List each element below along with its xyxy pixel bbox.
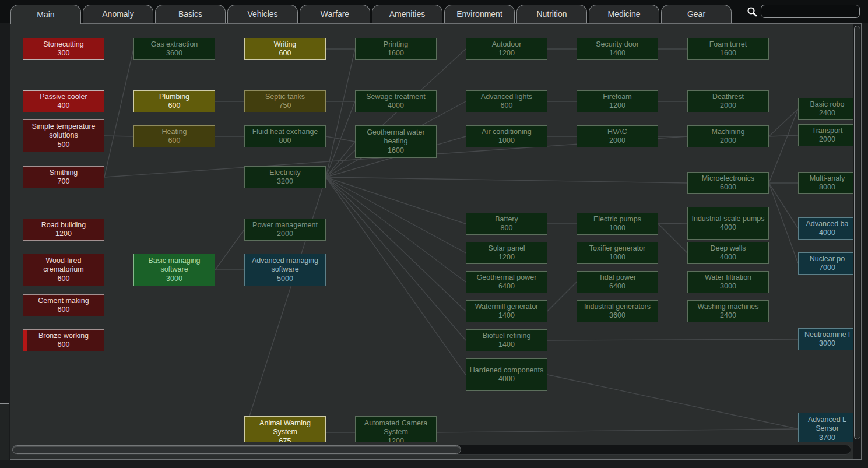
tab-anomaly[interactable]: Anomaly <box>83 5 153 23</box>
research-node-neutroamine[interactable]: Neutroamine l3000 <box>798 328 853 350</box>
research-node-hvac[interactable]: HVAC2000 <box>577 125 658 147</box>
research-node-road_building[interactable]: Road building1200 <box>23 219 104 241</box>
research-node-washing_machines[interactable]: Washing machines2400 <box>687 300 769 322</box>
research-node-geothermal_water_heating[interactable]: Geothermal water heating1600 <box>355 125 437 158</box>
research-node-hardened_components[interactable]: Hardened components4000 <box>466 358 547 391</box>
research-tree-viewport[interactable]: Stonecutting300Passive cooler400Simple t… <box>11 24 853 442</box>
research-node-label: Automated Camera System <box>358 419 434 437</box>
research-node-label: Bronze working <box>26 332 101 340</box>
research-node-gas_extraction[interactable]: Gas extraction3600 <box>133 38 215 60</box>
research-node-nuclear_power[interactable]: Nuclear po7000 <box>798 252 853 275</box>
search-icon <box>747 6 757 17</box>
research-node-battery[interactable]: Battery800 <box>466 213 547 235</box>
research-node-electricity[interactable]: Electricity3200 <box>244 166 326 188</box>
tab-main[interactable]: Main <box>10 5 81 24</box>
tab-label: Environment <box>456 9 502 19</box>
tab-vehicles[interactable]: Vehicles <box>227 5 298 23</box>
research-node-deathrest[interactable]: Deathrest2000 <box>687 90 769 112</box>
research-node-label: Hardened components <box>469 366 544 375</box>
prerequisite-line-fluid_heat_exchange-geothermal_water_heating <box>326 136 355 142</box>
tab-amenities[interactable]: Amenities <box>372 5 442 23</box>
research-node-security_door[interactable]: Security door1400 <box>577 38 658 60</box>
research-node-power_management[interactable]: Power management2000 <box>244 219 326 241</box>
research-node-solar_panel[interactable]: Solar panel1200 <box>466 242 547 264</box>
research-node-toxifier_generator[interactable]: Toxifier generator1000 <box>577 242 658 264</box>
research-node-cost: 600 <box>136 101 212 110</box>
research-node-plumbing[interactable]: Plumbing600 <box>133 90 215 112</box>
research-node-firefoam[interactable]: Firefoam1200 <box>577 90 658 112</box>
research-node-multi_analyzer[interactable]: Multi-analy8000 <box>798 172 853 194</box>
research-node-printing[interactable]: Printing1600 <box>355 38 437 60</box>
research-node-simple_temperature_solutions[interactable]: Simple temperature solutions500 <box>23 119 104 152</box>
research-node-basic_robotics[interactable]: Basic robo2400 <box>798 98 853 120</box>
research-node-label: Deep wells <box>690 244 766 253</box>
research-node-machining[interactable]: Machining2000 <box>687 125 769 147</box>
research-node-septic_tanks[interactable]: Septic tanks750 <box>244 90 326 112</box>
tab-label: Gear <box>687 9 705 19</box>
research-node-cost: 4000 <box>690 223 766 232</box>
research-node-label: Road building <box>26 221 101 230</box>
search-input[interactable] <box>761 5 860 18</box>
research-node-foam_turret[interactable]: Foam turret1600 <box>687 38 769 60</box>
research-node-watermill_generator[interactable]: Watermill generator1400 <box>466 300 547 322</box>
research-node-smithing[interactable]: Smithing700 <box>23 166 104 188</box>
research-node-tidal_power[interactable]: Tidal power6400 <box>577 271 658 293</box>
research-node-label: Firefoam <box>579 93 655 101</box>
research-node-industrial_scale_pumps[interactable]: Industrial-scale pumps4000 <box>687 207 769 240</box>
research-node-label: Cement making <box>26 297 101 305</box>
research-node-microelectronics[interactable]: Microelectronics6000 <box>687 172 769 194</box>
research-node-electric_pumps[interactable]: Electric pumps1000 <box>577 213 658 235</box>
research-node-sewage_treatment[interactable]: Sewage treatment4000 <box>355 90 437 112</box>
tab-warfare[interactable]: Warfare <box>300 5 370 23</box>
research-node-advanced_sensor[interactable]: Advanced L Sensor3700 <box>798 413 853 442</box>
research-node-bronze_working[interactable]: Bronze working600 <box>23 329 104 351</box>
research-node-advanced_managing_software[interactable]: Advanced managing software5000 <box>244 254 326 286</box>
prerequisite-line-electricity-solar_panel <box>326 177 466 253</box>
vertical-scrollbar-thumb[interactable] <box>854 26 860 439</box>
research-node-cost: 800 <box>469 224 544 233</box>
research-node-cement_making[interactable]: Cement making600 <box>23 294 104 316</box>
research-node-geothermal_power[interactable]: Geothermal power6400 <box>466 271 547 293</box>
research-node-writing[interactable]: Writing600 <box>244 38 326 60</box>
vertical-scrollbar-track[interactable] <box>853 24 861 459</box>
research-node-air_conditioning[interactable]: Air conditioning1000 <box>466 125 547 147</box>
tab-environment[interactable]: Environment <box>444 5 515 23</box>
research-node-autodoor[interactable]: Autodoor1200 <box>466 38 547 60</box>
research-node-label: Nuclear po <box>801 255 853 263</box>
horizontal-scrollbar-track[interactable] <box>12 445 851 455</box>
research-node-fluid_heat_exchange[interactable]: Fluid heat exchange800 <box>244 125 326 147</box>
tab-nutrition[interactable]: Nutrition <box>516 5 587 23</box>
prerequisite-line-electric_pumps-industrial_scale_pumps <box>658 223 687 224</box>
tab-basics[interactable]: Basics <box>155 5 226 23</box>
tab-medicine[interactable]: Medicine <box>589 5 659 23</box>
research-node-industrial_generators[interactable]: Industrial generators3600 <box>577 300 658 322</box>
research-node-label: Industrial-scale pumps <box>690 214 766 223</box>
tab-gear[interactable]: Gear <box>661 5 732 23</box>
research-node-label: Writing <box>247 40 323 49</box>
research-node-passive_cooler[interactable]: Passive cooler400 <box>23 90 104 112</box>
research-node-cost: 600 <box>26 340 101 349</box>
research-node-water_filtration[interactable]: Water filtration3000 <box>687 271 769 293</box>
research-node-animal_warning_system[interactable]: Animal Warning System675 <box>244 416 326 442</box>
horizontal-scrollbar-thumb[interactable] <box>12 445 461 454</box>
research-node-heating[interactable]: Heating600 <box>133 125 215 147</box>
research-node-transport_pod[interactable]: Transport2000 <box>798 124 853 146</box>
tab-label: Amenities <box>389 9 425 19</box>
research-node-label: Autodoor <box>469 40 544 49</box>
research-node-label: Advanced managing software <box>247 256 323 275</box>
research-node-stonecutting[interactable]: Stonecutting300 <box>23 38 104 60</box>
research-node-cost: 5000 <box>247 275 323 283</box>
research-node-cost: 3700 <box>801 434 853 442</box>
research-node-label: Wood-fired crematorium <box>26 256 101 275</box>
research-node-label: Microelectronics <box>690 174 766 183</box>
research-node-cost: 4000 <box>469 375 544 383</box>
research-node-basic_managing_software[interactable]: Basic managing software3000 <box>133 254 215 286</box>
research-node-advanced_lights[interactable]: Advanced lights600 <box>466 90 547 112</box>
research-node-label: Advanced L Sensor <box>801 416 853 434</box>
research-node-advanced_batteries[interactable]: Advanced ba4000 <box>798 217 853 240</box>
research-node-wood_fired_crematorium[interactable]: Wood-fired crematorium600 <box>23 254 104 286</box>
research-node-deep_wells[interactable]: Deep wells4000 <box>687 242 769 264</box>
research-node-label: Septic tanks <box>247 93 323 101</box>
research-node-automated_camera_system[interactable]: Automated Camera System1200 <box>355 416 437 442</box>
research-node-biofuel_refining[interactable]: Biofuel refining1400 <box>466 329 547 351</box>
